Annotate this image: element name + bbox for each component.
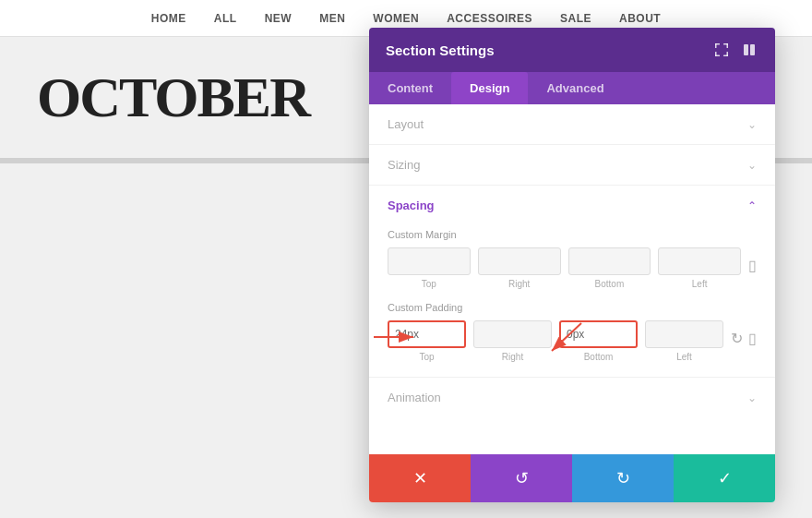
padding-right-group: Right — [473, 320, 552, 362]
animation-section-row[interactable]: Animation ⌄ — [369, 377, 775, 417]
padding-right-label: Right — [502, 352, 523, 362]
padding-right-input[interactable] — [473, 320, 552, 348]
spacing-label: Spacing — [388, 199, 435, 212]
nav-all[interactable]: ALL — [214, 12, 237, 25]
padding-bottom-input[interactable] — [559, 320, 638, 348]
spacing-section-content: Custom Margin Top Right Bottom — [369, 229, 775, 377]
padding-responsive-icon[interactable]: ▯ — [748, 330, 757, 347]
margin-right-label: Right — [508, 279, 530, 289]
redo-button[interactable]: ↻ — [572, 454, 674, 502]
margin-right-group: Right — [478, 247, 561, 289]
panel-title: Section Settings — [386, 42, 495, 58]
fullscreen-icon[interactable] — [712, 41, 731, 59]
tab-advanced[interactable]: Advanced — [528, 72, 622, 104]
margin-left-label: Left — [692, 279, 708, 289]
margin-left-group: Left — [658, 247, 741, 289]
padding-left-group: Left — [645, 320, 723, 362]
padding-top-label: Top — [419, 352, 434, 362]
custom-padding-fields: Top Right Bottom Left — [388, 320, 757, 362]
panel-tabs: Content Design Advanced — [369, 72, 775, 104]
sizing-section-row[interactable]: Sizing ⌄ — [369, 145, 775, 186]
padding-top-input[interactable] — [388, 320, 466, 348]
margin-left-input[interactable] — [658, 247, 741, 275]
margin-bottom-label: Bottom — [595, 279, 625, 289]
layout-chevron: ⌄ — [747, 118, 757, 131]
tab-design[interactable]: Design — [451, 72, 528, 104]
padding-fields-row: Top Right Bottom Left — [388, 320, 723, 362]
margin-top-label: Top — [422, 279, 436, 289]
margin-bottom-input[interactable] — [568, 247, 651, 275]
nav-about[interactable]: ABOUT — [619, 12, 661, 25]
margin-top-input[interactable] — [388, 247, 471, 275]
spacer — [369, 417, 775, 454]
spacing-chevron: ⌃ — [747, 199, 757, 212]
margin-right-input[interactable] — [478, 247, 561, 275]
nav-home[interactable]: HOME — [151, 12, 186, 25]
cancel-button[interactable]: ✕ — [369, 454, 471, 502]
padding-bottom-label: Bottom — [584, 352, 614, 362]
tab-content[interactable]: Content — [369, 72, 451, 104]
padding-bottom-group: Bottom — [559, 320, 638, 362]
padding-icons: ↻ ▯ — [731, 330, 757, 362]
animation-chevron: ⌄ — [747, 392, 757, 404]
custom-margin-fields: Top Right Bottom Left — [388, 247, 757, 289]
sizing-chevron: ⌄ — [747, 159, 757, 172]
padding-left-label: Left — [676, 352, 692, 362]
custom-padding-label: Custom Padding — [388, 302, 757, 313]
save-button[interactable]: ✓ — [674, 454, 775, 502]
svg-rect-9 — [750, 44, 755, 55]
svg-rect-1 — [715, 43, 717, 48]
collapse-icon[interactable] — [740, 41, 758, 59]
spacing-section-row[interactable]: Spacing ⌃ — [369, 186, 775, 216]
section-settings-panel: Section Settings — [369, 28, 775, 502]
layout-label: Layout — [388, 117, 424, 131]
custom-margin-label: Custom Margin — [388, 229, 757, 240]
sizing-label: Sizing — [388, 158, 420, 172]
nav-men[interactable]: MEN — [319, 12, 345, 25]
nav-accessoires[interactable]: ACCESSOIRES — [447, 12, 532, 25]
nav-sale[interactable]: SALE — [560, 12, 591, 25]
panel-footer: ✕ ↺ ↻ ✓ — [369, 454, 775, 502]
svg-rect-5 — [715, 52, 717, 56]
panel-header-icons — [712, 41, 758, 59]
margin-responsive-icon[interactable]: ▯ — [748, 257, 757, 274]
margin-top-group: Top — [388, 247, 471, 289]
margin-fields-row: Top Right Bottom Left — [388, 247, 741, 289]
padding-top-group: Top — [388, 320, 466, 362]
nav-women[interactable]: WOMEN — [373, 12, 419, 25]
layout-section-row[interactable]: Layout ⌄ — [369, 104, 775, 145]
margin-bottom-group: Bottom — [568, 247, 651, 289]
padding-reset-icon[interactable]: ↻ — [731, 330, 743, 347]
svg-rect-3 — [727, 43, 729, 48]
undo-button[interactable]: ↺ — [471, 454, 572, 502]
panel-body: Layout ⌄ Sizing ⌄ Spacing ⌃ Custom Margi… — [369, 104, 775, 454]
padding-left-input[interactable] — [645, 320, 723, 348]
svg-rect-7 — [727, 52, 729, 56]
svg-rect-8 — [744, 44, 748, 55]
margin-icons: ▯ — [748, 257, 757, 289]
panel-header: Section Settings — [369, 28, 775, 72]
animation-label: Animation — [388, 391, 441, 404]
nav-new[interactable]: NEW — [265, 12, 293, 25]
